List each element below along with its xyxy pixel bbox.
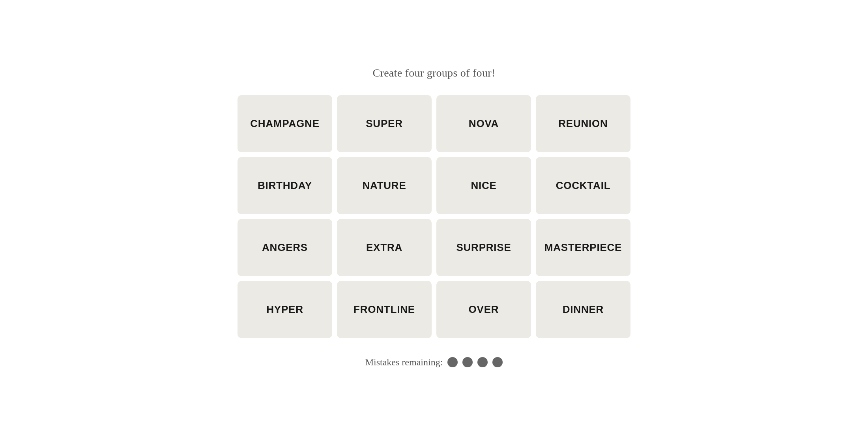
cell-label-frontline: FRONTLINE	[354, 303, 415, 316]
cell-label-nice: NICE	[471, 180, 496, 192]
grid-cell-super[interactable]: SUPER	[337, 95, 432, 152]
grid-cell-angers[interactable]: ANGERS	[238, 219, 332, 276]
cell-label-cocktail: COCKTAIL	[556, 180, 611, 192]
mistake-dot-3	[477, 357, 488, 367]
mistake-dot-2	[462, 357, 473, 367]
cell-label-angers: ANGERS	[262, 241, 308, 254]
cell-label-nature: NATURE	[362, 180, 406, 192]
cell-label-masterpiece: MASTERPIECE	[544, 241, 622, 254]
grid-cell-champagne[interactable]: CHAMPAGNE	[238, 95, 332, 152]
cell-label-over: OVER	[469, 303, 499, 316]
game-grid: CHAMPAGNESUPERNOVAREUNIONBIRTHDAYNATUREN…	[238, 95, 630, 338]
grid-cell-reunion[interactable]: REUNION	[536, 95, 630, 152]
mistake-dot-1	[447, 357, 458, 367]
grid-cell-birthday[interactable]: BIRTHDAY	[238, 157, 332, 214]
cell-label-champagne: CHAMPAGNE	[250, 118, 320, 130]
grid-cell-over[interactable]: OVER	[436, 281, 531, 338]
cell-label-dinner: DINNER	[563, 303, 604, 316]
cell-label-reunion: REUNION	[558, 118, 608, 130]
cell-label-extra: EXTRA	[366, 241, 402, 254]
cell-label-nova: NOVA	[469, 118, 499, 130]
grid-cell-dinner[interactable]: DINNER	[536, 281, 630, 338]
grid-cell-nice[interactable]: NICE	[436, 157, 531, 214]
grid-cell-hyper[interactable]: HYPER	[238, 281, 332, 338]
cell-label-hyper: HYPER	[266, 303, 303, 316]
grid-cell-masterpiece[interactable]: MASTERPIECE	[536, 219, 630, 276]
grid-cell-nova[interactable]: NOVA	[436, 95, 531, 152]
mistakes-row: Mistakes remaining:	[365, 357, 503, 368]
grid-cell-surprise[interactable]: SURPRISE	[436, 219, 531, 276]
cell-label-surprise: SURPRISE	[456, 241, 511, 254]
cell-label-super: SUPER	[366, 118, 402, 130]
cell-label-birthday: BIRTHDAY	[258, 180, 312, 192]
grid-cell-extra[interactable]: EXTRA	[337, 219, 432, 276]
grid-cell-nature[interactable]: NATURE	[337, 157, 432, 214]
grid-cell-frontline[interactable]: FRONTLINE	[337, 281, 432, 338]
mistakes-label: Mistakes remaining:	[365, 357, 443, 368]
game-subtitle: Create four groups of four!	[373, 67, 496, 79]
mistake-dot-4	[492, 357, 503, 367]
grid-cell-cocktail[interactable]: COCKTAIL	[536, 157, 630, 214]
